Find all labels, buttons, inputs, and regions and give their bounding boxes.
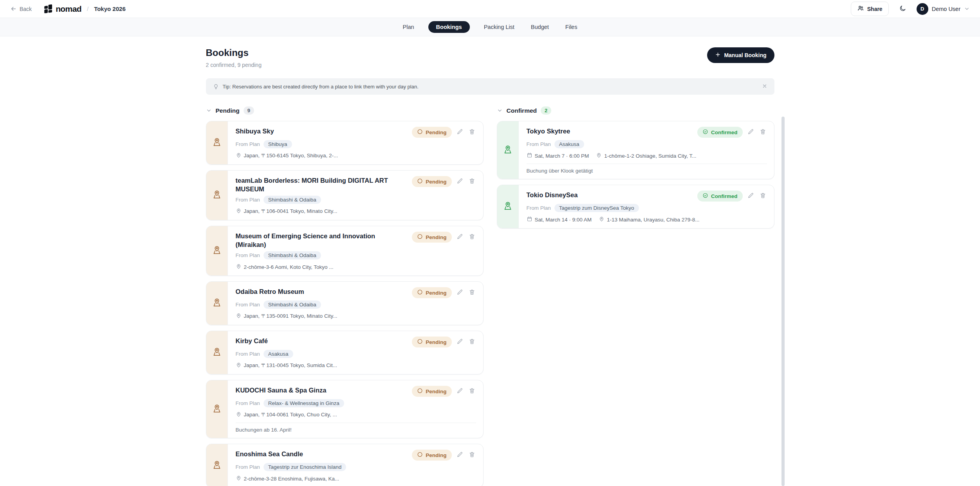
pencil-icon: [457, 289, 463, 297]
from-plan-label: From Plan: [527, 141, 551, 147]
booking-card[interactable]: Tokio DisneySea Confirmed: [497, 185, 774, 229]
status-label: Pending: [426, 179, 446, 185]
delete-button[interactable]: [759, 128, 767, 137]
from-plan-label: From Plan: [236, 351, 260, 357]
map-pin-icon: [236, 475, 242, 482]
booking-card[interactable]: Tokyo Skytree Confirmed: [497, 121, 774, 179]
delete-button[interactable]: [468, 177, 476, 186]
tab-files[interactable]: Files: [563, 21, 580, 33]
confirmed-section-header[interactable]: Confirmed 2: [497, 106, 774, 115]
booking-card[interactable]: Kirby Café Pending: [206, 331, 484, 374]
nomad-logo-icon: [43, 4, 53, 14]
status-label: Pending: [426, 389, 446, 394]
booking-card[interactable]: KUDOCHI Sauna & Spa Ginza Pending: [206, 380, 484, 438]
booking-title: Kirby Café: [236, 337, 268, 345]
circle-icon: [417, 234, 423, 241]
booking-card[interactable]: Enoshima Sea Candle Pending: [206, 444, 484, 486]
tab-plan[interactable]: Plan: [401, 21, 417, 33]
delete-button[interactable]: [468, 337, 476, 347]
edit-button[interactable]: [747, 128, 755, 137]
from-plan-label: From Plan: [236, 141, 260, 147]
edit-button[interactable]: [456, 288, 464, 297]
booking-card[interactable]: Odaiba Retro Museum Pending: [206, 281, 484, 325]
edit-button[interactable]: [456, 450, 464, 460]
tip-text: Tip: Reservations are best created direc…: [223, 84, 758, 90]
attraction-pin-icon: [212, 137, 222, 149]
edit-button[interactable]: [456, 177, 464, 186]
booking-card[interactable]: teamLab Borderless: MORI Building DIGITA…: [206, 170, 484, 220]
pencil-icon: [457, 178, 463, 185]
booking-title: Enoshima Sea Candle: [236, 450, 303, 458]
check-circle-icon: [702, 193, 708, 200]
back-button[interactable]: Back: [10, 5, 32, 12]
delete-button[interactable]: [468, 450, 476, 460]
moon-icon: [899, 5, 906, 13]
booking-location: Japan, 〒131-0045 Tokyo, Sumida Cit...: [236, 362, 337, 369]
booking-location: Japan, 〒106-0041 Tokyo, Minato City...: [236, 208, 337, 215]
plan-tag: Shimbashi & Odaiba: [263, 251, 321, 259]
manual-booking-button[interactable]: Manual Booking: [707, 47, 774, 63]
delete-button[interactable]: [468, 387, 476, 396]
share-button[interactable]: Share: [851, 2, 889, 16]
booking-location: 1-13 Maihama, Urayasu, Chiba 279-8...: [599, 216, 699, 223]
map-pin-icon: [236, 263, 242, 270]
booking-card[interactable]: Shibuya Sky Pending: [206, 121, 484, 165]
main-content: Bookings 2 confirmed, 9 pending Manual B…: [206, 36, 774, 486]
attraction-pin-icon: [212, 460, 222, 472]
manual-booking-label: Manual Booking: [724, 52, 766, 58]
tip-close-button[interactable]: [762, 83, 767, 90]
arrow-left-icon: [10, 5, 17, 12]
plan-tag: Tagestrip zur Enoschima Island: [263, 463, 347, 471]
circle-icon: [417, 338, 423, 346]
page-subtitle: 2 confirmed, 9 pending: [206, 62, 262, 68]
booking-card[interactable]: Museum of Emerging Science and Innovatio…: [206, 226, 484, 276]
booking-type-strip: [206, 331, 228, 374]
plan-tag: Shibuya: [263, 140, 292, 148]
edit-button[interactable]: [456, 337, 464, 347]
user-menu[interactable]: D Demo User: [917, 3, 970, 15]
tab-bookings[interactable]: Bookings: [428, 21, 470, 33]
pending-section-header[interactable]: Pending 9: [206, 106, 484, 115]
edit-button[interactable]: [456, 232, 464, 242]
booking-title: Odaiba Retro Museum: [236, 287, 304, 296]
edit-button[interactable]: [456, 387, 464, 396]
status-badge: Pending: [412, 176, 451, 187]
booking-type-strip: [206, 226, 228, 275]
attraction-pin-icon: [212, 297, 222, 309]
delete-button[interactable]: [468, 128, 476, 137]
attraction-pin-icon: [212, 403, 222, 415]
scrollbar[interactable]: [781, 117, 785, 486]
edit-button[interactable]: [456, 128, 464, 137]
attraction-pin-icon: [503, 144, 513, 156]
close-icon: [762, 83, 767, 90]
tab-budget[interactable]: Budget: [529, 21, 551, 33]
attraction-pin-icon: [212, 245, 222, 257]
attraction-pin-icon: [212, 347, 222, 358]
pencil-icon: [457, 451, 463, 459]
section-count-badge: 9: [244, 106, 254, 115]
brand-wordmark: nomad: [56, 4, 81, 14]
from-plan-label: From Plan: [236, 252, 260, 258]
plus-icon: [715, 52, 721, 59]
delete-button[interactable]: [759, 191, 767, 201]
pending-section: Pending 9 Shibuya Sky: [206, 106, 484, 486]
check-circle-icon: [702, 129, 708, 136]
section-title: Confirmed: [507, 107, 537, 114]
brand-logo[interactable]: nomad: [43, 4, 81, 14]
back-label: Back: [20, 6, 32, 12]
status-label: Pending: [426, 339, 446, 345]
status-label: Pending: [426, 130, 446, 135]
map-pin-icon: [236, 362, 242, 369]
from-plan-label: From Plan: [236, 464, 260, 470]
delete-button[interactable]: [468, 232, 476, 242]
booking-location: 2-chōme-3-6 Aomi, Koto City, Tokyo ...: [236, 263, 334, 270]
theme-toggle-button[interactable]: [899, 5, 906, 13]
plan-tag: Asakusa: [554, 140, 584, 148]
plan-tag: Asakusa: [263, 350, 293, 358]
edit-button[interactable]: [747, 191, 755, 201]
pending-card-list: Shibuya Sky Pending: [206, 121, 484, 486]
breadcrumb-separator: /: [87, 5, 88, 12]
tab-packing-list[interactable]: Packing List: [482, 21, 517, 33]
delete-button[interactable]: [468, 288, 476, 297]
calendar-icon: [527, 216, 532, 223]
